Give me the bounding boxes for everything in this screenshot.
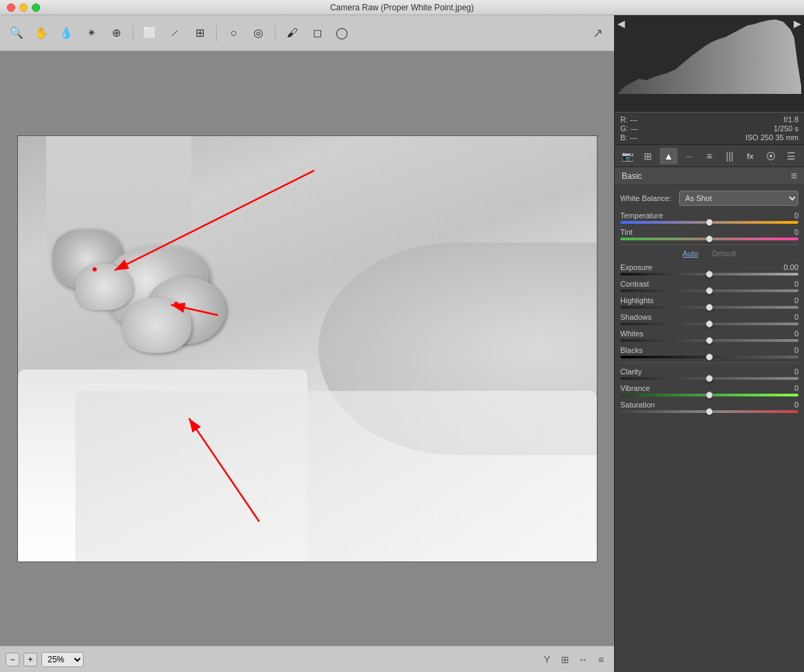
shadows-label: Shadows [620,313,651,321]
toolbar-separator-2 [216,25,217,41]
highlights-slider-row: Highlights 0 [620,296,798,309]
temperature-track[interactable] [620,221,798,224]
white-balance-row: White Balance: As Shot Auto Daylight Clo… [620,191,798,206]
b-value: --- [629,133,637,142]
hand-tool[interactable]: ✋ [32,23,51,43]
radial-filter-tool[interactable]: ◯ [332,23,352,43]
whites-track[interactable] [620,339,798,342]
default-link[interactable]: Default [712,249,736,258]
sync-icon[interactable]: ↔ [575,652,591,667]
vibrance-label: Vibrance [620,384,650,392]
zoom-select[interactable]: 25% 50% 100% Fit [41,652,84,667]
temperature-label: Temperature [620,211,663,220]
vibrance-track[interactable] [620,394,798,396]
tab-detail[interactable]: ≡ [700,148,718,164]
export-button[interactable]: ↗ [588,23,607,43]
vibrance-thumb[interactable] [706,392,713,399]
preview-icon[interactable]: Y [539,652,555,667]
saturation-label: Saturation [620,401,655,409]
exposure-thumb[interactable] [706,271,713,278]
blacks-slider-row: Blacks 0 [620,346,798,358]
exposure-label: Exposure [620,263,652,271]
wb-label: White Balance: [620,194,679,202]
graduated-filter-tool[interactable]: ◻ [307,23,327,43]
contrast-track[interactable] [620,289,798,292]
clarity-thumb[interactable] [706,375,713,382]
adjustment-brush-tool[interactable]: 🖌 [283,23,302,43]
photo-canvas [18,136,597,561]
whites-label: Whites [620,329,644,338]
blacks-label: Blacks [620,346,642,354]
minimize-button[interactable] [19,3,28,12]
bottom-right-tools: Y ⊞ ↔ ≡ [539,652,609,667]
redeye-tool[interactable]: ◎ [249,23,268,43]
clarity-slider-row: Clarity 0 [620,367,798,380]
tab-tone-curve[interactable]: ⏤ [680,148,698,164]
temperature-thumb[interactable] [706,219,713,226]
clarity-track[interactable] [620,377,798,380]
histogram-channel-right[interactable]: ▶ [794,18,801,29]
compare-icon[interactable]: ⊞ [557,652,573,667]
maximize-button[interactable] [32,3,40,12]
exposure-track[interactable] [620,273,798,276]
section-divider-2 [620,363,798,363]
tab-basic[interactable]: ▲ [660,148,678,164]
tint-track[interactable] [620,238,798,240]
image-frame [17,135,597,562]
close-button[interactable] [7,3,15,12]
focal-value: 35 mm [775,133,798,142]
spot-removal-tool[interactable]: ○ [224,23,243,43]
zoom-minus-button[interactable]: − [6,653,19,666]
tab-camera-calibration[interactable]: 📷 [619,148,637,164]
whites-thumb[interactable] [706,337,713,344]
left-panel: 🔍 ✋ 💧 ✴ ⊕ ⬜ ⟋ ⊞ ○ ◎ 🖌 ◻ ◯ ↗ [0,15,614,672]
blacks-value: 0 [774,346,798,354]
tint-thumb[interactable] [706,236,713,242]
saturation-thumb[interactable] [706,408,713,415]
zoom-plus-button[interactable]: + [23,653,37,666]
traffic-lights [7,3,40,12]
color-sampler-tool[interactable]: ✴ [82,23,101,43]
straighten-tool[interactable]: ⟋ [165,23,184,43]
blacks-thumb[interactable] [706,354,713,361]
histogram-chart [618,18,801,94]
auto-link[interactable]: Auto [682,249,698,258]
panel-menu-icon[interactable]: ≡ [791,170,797,182]
histogram-channel-left[interactable]: ◀ [618,18,625,29]
contrast-thumb[interactable] [706,287,713,294]
shadows-track[interactable] [620,323,798,325]
highlights-thumb[interactable] [706,304,713,311]
contrast-label: Contrast [620,280,649,288]
r-label: R: [620,115,628,124]
clarity-label: Clarity [620,367,642,376]
saturation-track[interactable] [620,410,798,413]
shadows-thumb[interactable] [706,320,713,327]
tab-fx[interactable]: fx [741,148,759,164]
white-balance-tool[interactable]: 💧 [57,23,76,43]
white-balance-select[interactable]: As Shot Auto Daylight Cloudy Shade Tungs… [679,191,798,206]
tab-hsl[interactable]: ||| [721,148,739,164]
whites-value: 0 [774,329,798,338]
transform-tool[interactable]: ⊞ [190,23,209,43]
highlights-value: 0 [774,296,798,305]
highlights-track[interactable] [620,306,798,309]
toolbar-separator-1 [133,25,133,41]
targeted-adj-tool[interactable]: ⊕ [106,23,126,43]
panel-content[interactable]: White Balance: As Shot Auto Daylight Clo… [615,185,804,672]
zoom-tool[interactable]: 🔍 [7,23,26,43]
tab-presets[interactable]: ⊞ [639,148,657,164]
tab-camera-calibration2[interactable]: ☰ [782,148,800,164]
toolbar: 🔍 ✋ 💧 ✴ ⊕ ⬜ ⟋ ⊞ ○ ◎ 🖌 ◻ ◯ ↗ [0,15,614,51]
blacks-track[interactable] [620,356,798,358]
shadows-value: 0 [774,313,798,321]
window-title: Camera Raw (Proper White Point.jpeg) [330,3,474,12]
exposure-slider-row: Exposure 0.00 [620,263,798,276]
workflow-icon[interactable]: ≡ [593,652,609,667]
shadows-slider-row: Shadows 0 [620,313,798,325]
tint-label: Tint [620,228,633,236]
histogram-area: ◀ ▶ [615,15,804,112]
tab-lens[interactable]: ⦿ [762,148,780,164]
r-value: --- [630,115,638,124]
crop-tool[interactable]: ⬜ [140,23,160,43]
tint-slider-row: Tint 0 [620,228,798,240]
